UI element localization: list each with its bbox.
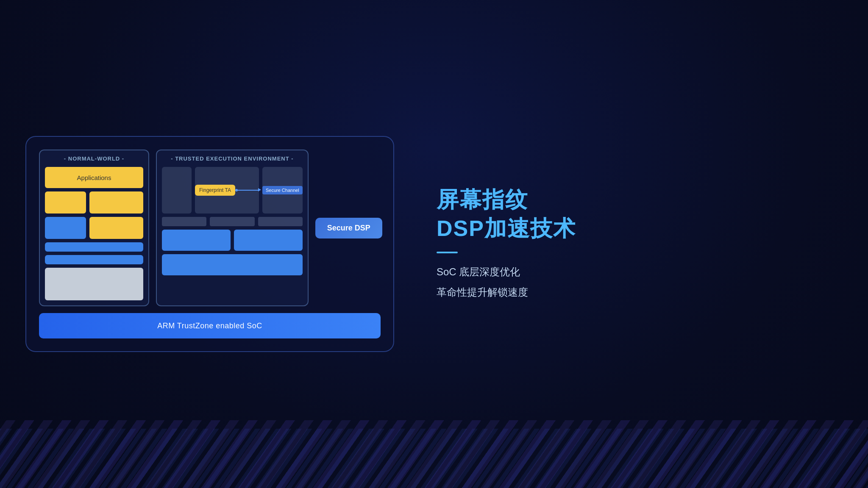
text-panel: 屏幕指纹 DSP加速技术 SoC 底层深度优化 革命性提升解锁速度 [428,186,843,302]
arm-bar: ARM TrustZone enabled SoC [39,313,381,338]
description: SoC 底层深度优化 革命性提升解锁速度 [437,262,843,302]
nw-yellow-cell-2 [89,191,143,214]
tee-mid-bar-1 [162,217,303,226]
tee-top-row: Fingerprint TA Secure Channel [162,167,303,214]
diagram-card: - NORMAL-WORLD - Applications - TRUSTED … [25,136,394,352]
nw-blue-cell-1 [45,217,86,239]
title-line-2: DSP加速技术 [437,214,843,243]
nw-gray-bar [45,268,143,300]
tee-left-col [162,167,192,214]
main-content: - NORMAL-WORLD - Applications - TRUSTED … [0,0,868,488]
nw-blue-bar-2 [45,255,143,264]
normal-world-box: - NORMAL-WORLD - Applications [39,150,149,306]
nw-yellow-cell-3 [89,217,143,239]
nw-blue-bar-1 [45,242,143,252]
nw-row-2 [45,217,143,239]
tee-bar-3 [258,217,303,226]
tee-bottom-row [162,230,303,251]
tee-label: - TRUSTED EXECUTION ENVIRONMENT - [162,155,303,162]
tee-last-row [162,254,303,275]
desc-line-2: 革命性提升解锁速度 [437,282,843,302]
nw-row-1 [45,191,143,214]
secure-channel-badge: Secure Channel [262,186,303,194]
secure-dsp-button: Secure DSP [315,218,382,238]
tee-box: - TRUSTED EXECUTION ENVIRONMENT - Finger… [156,150,309,306]
tee-full-bar [162,254,303,275]
connector-line [238,190,259,191]
tee-blue-cell-1 [162,230,231,251]
tee-mid-col: Fingerprint TA [195,167,259,214]
tee-blue-cell-2 [234,230,303,251]
desc-line-1: SoC 底层深度优化 [437,262,843,282]
normal-world-label: - NORMAL-WORLD - [45,155,143,162]
arrow-head [258,188,261,191]
applications-block: Applications [45,167,143,188]
diagram-main: - NORMAL-WORLD - Applications - TRUSTED … [39,150,381,306]
title-chinese: 屏幕指纹 DSP加速技术 [437,186,843,243]
fingerprint-ta-block: Fingerprint TA [195,185,235,196]
tee-right-col: Secure Channel [262,167,303,214]
title-divider [437,252,458,253]
title-line-1: 屏幕指纹 [437,186,843,214]
nw-yellow-cell-1 [45,191,86,214]
tee-bar-1 [162,217,206,226]
tee-bar-2 [210,217,254,226]
